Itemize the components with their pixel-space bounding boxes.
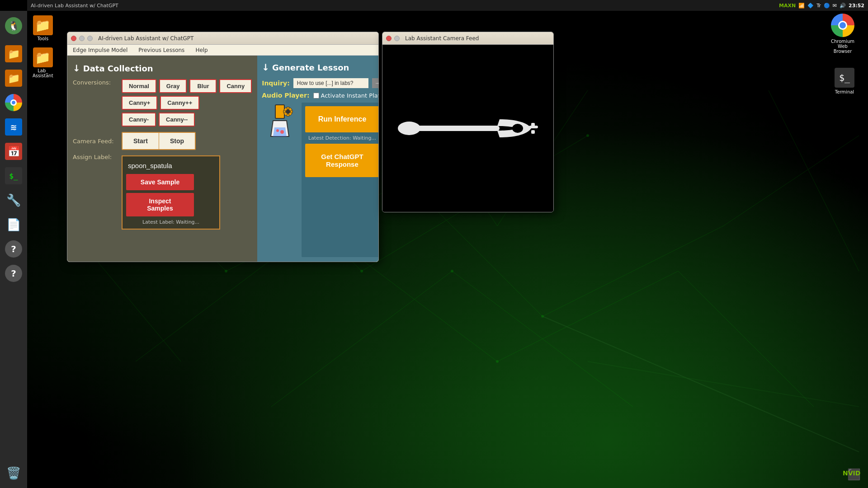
- svg-rect-44: [531, 130, 535, 134]
- settings-icon: 🔧: [6, 193, 21, 207]
- assign-label-section: Assign Label: Save Sample Inspect Sample…: [73, 154, 252, 230]
- nvidia-icon: NVIDIA: [843, 465, 861, 481]
- button-canny-minus[interactable]: Canny-: [122, 113, 156, 127]
- svg-rect-37: [283, 110, 285, 113]
- svg-line-4: [723, 136, 859, 226]
- sidebar-item-vscode[interactable]: ≋: [2, 116, 25, 138]
- button-gray[interactable]: Gray: [159, 79, 187, 93]
- tools-folder-icon: 📁: [33, 15, 53, 35]
- svg-point-24: [360, 270, 363, 272]
- activate-instant-play: Activate Instant Play: [313, 92, 379, 99]
- svg-point-40: [398, 122, 420, 135]
- svg-line-18: [588, 361, 859, 407]
- svg-line-7: [497, 271, 678, 361]
- generate-lesson-title: ↓ Generate Lesson: [262, 60, 378, 75]
- menu-edge-impulse[interactable]: Edge Impulse Model: [71, 46, 129, 54]
- sidebar-item-docs[interactable]: 📄: [2, 213, 25, 236]
- instant-play-checkbox[interactable]: [313, 93, 319, 99]
- stop-button[interactable]: Stop: [159, 133, 195, 149]
- svg-rect-36: [287, 114, 289, 116]
- camera-close-button[interactable]: [386, 36, 392, 41]
- envelope-icon: ✉: [833, 3, 837, 9]
- window-menubar: Edge Impulse Model Previous Lessons Help: [67, 45, 378, 56]
- get-chatgpt-button[interactable]: Get ChatGPT Response: [305, 144, 378, 177]
- volume-icon: 🔊: [840, 3, 846, 9]
- sidebar-item-ubuntu[interactable]: 🐧: [2, 14, 25, 37]
- sidebar-item-terminal[interactable]: $_: [2, 164, 25, 187]
- main-app-window: AI-driven Lab Assistant w/ ChatGPT Edge …: [67, 32, 379, 262]
- svg-line-12: [452, 271, 633, 407]
- terminal-desktop-label: Terminal: [835, 89, 854, 94]
- camera-minimize-button[interactable]: [394, 36, 400, 41]
- sidebar-item-help1[interactable]: ?: [2, 238, 25, 260]
- menu-help[interactable]: Help: [193, 46, 209, 54]
- camera-feed-section: Camera Feed: Start Stop: [73, 132, 252, 150]
- sidebar: 🐧 📁 📁 ≋ 📅 $_ 🔧 📄 ? ? 🗑️: [0, 11, 27, 488]
- inspect-samples-button[interactable]: Inspect Samples: [126, 193, 194, 216]
- bluetooth-icon: 🔷: [807, 3, 814, 9]
- chromium-icon: [831, 14, 854, 37]
- help2-icon: ?: [5, 265, 22, 282]
- window-minimize-button[interactable]: [79, 36, 85, 41]
- conv-row-1: Normal Gray Blur Canny: [122, 79, 252, 93]
- button-canny-minus-minus[interactable]: Canny--: [159, 113, 195, 127]
- label-input-field[interactable]: [126, 160, 216, 171]
- button-canny[interactable]: Canny: [219, 79, 252, 93]
- menu-previous-lessons[interactable]: Previous Lessons: [137, 46, 186, 54]
- wifi-icon: 📶: [798, 3, 805, 9]
- inquiry-input[interactable]: [293, 78, 368, 88]
- sidebar-item-chromium[interactable]: [2, 91, 25, 114]
- bluetooth2-icon: 🔵: [824, 3, 830, 9]
- sidebar-item-trash[interactable]: 🗑️: [2, 462, 25, 484]
- desktop-icon-chromium[interactable]: ChromiumWebBrowser: [831, 14, 854, 54]
- sidebar-item-files[interactable]: 📁: [2, 42, 25, 65]
- chromium-sidebar-icon: [5, 94, 22, 111]
- generate-lesson-arrow: ↓: [262, 62, 269, 73]
- terminal-sidebar-icon: $_: [5, 167, 22, 184]
- docs-icon: 📄: [6, 218, 21, 231]
- camera-titlebar: Lab Assistant Camera Feed: [382, 32, 553, 45]
- tr-text: Tr: [816, 3, 821, 9]
- sidebar-item-settings[interactable]: 🔧: [2, 189, 25, 211]
- chromium-inner: [10, 99, 17, 106]
- button-normal[interactable]: Normal: [122, 79, 156, 93]
- svg-point-26: [586, 134, 589, 137]
- svg-rect-35: [287, 107, 289, 109]
- window-maximize-button[interactable]: [87, 36, 93, 41]
- svg-point-23: [496, 360, 499, 363]
- assign-label-text: Assign Label:: [73, 154, 118, 160]
- inquiry-row: Inquiry: →: [262, 78, 378, 88]
- sidebar-item-lab[interactable]: 📁: [2, 67, 25, 89]
- svg-line-8: [678, 271, 814, 407]
- conversions-label: Conversions:: [73, 79, 118, 86]
- window-close-button[interactable]: [71, 36, 76, 41]
- inquiry-submit-button[interactable]: →: [372, 78, 378, 88]
- conv-row-2: Canny+ Canny++: [122, 96, 252, 110]
- svg-line-14: [769, 90, 859, 271]
- button-canny-plus[interactable]: Canny+: [122, 96, 157, 110]
- conversions-section: Conversions: Normal Gray Blur Canny Cann…: [73, 79, 252, 127]
- desktop-icon-lab[interactable]: 📁 Lab_Assistant: [31, 46, 55, 80]
- save-sample-button[interactable]: Save Sample: [126, 174, 194, 190]
- run-inference-button[interactable]: Run Inference: [305, 106, 378, 132]
- start-button[interactable]: Start: [123, 133, 159, 149]
- svg-line-3: [542, 226, 723, 316]
- svg-point-32: [280, 130, 284, 134]
- sidebar-item-help2[interactable]: ?: [2, 262, 25, 285]
- label-input-section: Save Sample Inspect Samples Latest Label…: [122, 155, 220, 230]
- middle-section: Run Inference Latest Detection: Waiting.…: [262, 103, 378, 257]
- left-panel: ↓ Data Collection Conversions: Normal Gr…: [67, 56, 257, 262]
- app-title-topbar: AI-driven Lab Assistant w/ ChatGPT: [31, 3, 118, 9]
- button-blur[interactable]: Blur: [189, 79, 217, 93]
- nvidia-text: MAXN: [779, 3, 796, 9]
- svg-point-34: [286, 109, 290, 114]
- svg-line-17: [542, 316, 859, 452]
- window-titlebar: AI-driven Lab Assistant w/ ChatGPT: [67, 32, 378, 45]
- right-panel: ↓ Generate Lesson Inquiry: → Audio Playe…: [257, 56, 378, 262]
- desktop-icon-terminal[interactable]: $_ Terminal: [835, 68, 854, 94]
- sidebar-item-calendar[interactable]: 📅: [2, 140, 25, 163]
- button-canny-plus-plus[interactable]: Canny++: [160, 96, 199, 110]
- desktop-icon-tools[interactable]: 📁 Tools: [31, 14, 55, 43]
- conv-row-3: Canny- Canny--: [122, 113, 252, 127]
- svg-point-41: [512, 124, 523, 133]
